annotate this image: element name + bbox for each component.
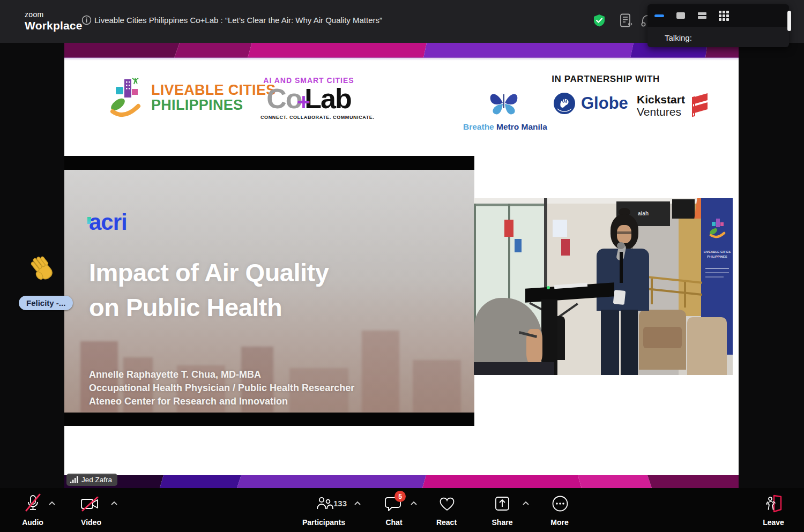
share-button[interactable] [494,495,511,514]
video-label: Video [70,518,113,527]
colab-tagline-bottom: CONNECT. COLLABORATE. COMMUNICATE. [260,115,357,120]
participants-options-chevron[interactable] [354,501,361,506]
leave-door-icon [765,494,783,513]
mic-muted-icon [24,493,42,514]
globe-icon [553,92,576,115]
view-options-strip [647,4,789,27]
gallery-view-icon [719,11,729,21]
participants-count: 133 [333,499,347,508]
kickstart-flag-icon [689,93,711,118]
speaker-glasses [617,231,631,234]
minimize-dash-icon [654,14,664,17]
letterbox-bottom [64,413,474,426]
video-options-chevron[interactable] [110,501,118,506]
door-poster [515,239,522,252]
slide-title: Impact of Air Quality on Public Health [89,256,329,325]
react-button[interactable] [437,495,457,514]
shared-screen: LIVEABLE CITIES PHILIPPINES AI AND SMART… [64,43,739,488]
more-button[interactable] [551,494,569,515]
breathe-wordmark: Breathe Metro Manila [463,122,545,132]
reaction-user-pill: Felicity -... [19,296,73,310]
share-screen-icon [494,495,511,512]
chat-unread-badge: 5 [394,491,406,502]
participants-label: Participants [289,518,358,527]
slide-image: acri Impact of Air Quality on Public Hea… [64,170,474,413]
signal-bars-icon [70,476,78,483]
audio-options-chevron[interactable] [48,501,56,506]
speaker-view-button[interactable] [674,10,687,21]
audio-label: Audio [0,518,65,527]
slide-bottom-ribbon [64,475,739,488]
workplace-logo-text: Workplace [25,20,83,31]
door-poster [504,220,513,237]
participants-icon [315,496,333,512]
globe-wordmark: Globe [581,94,628,113]
speaker-jeans [601,310,619,375]
speaker-credits: Annelle Raphayette T. Chua, MD-MBA Occup… [89,368,354,408]
talking-label: Talking: [665,33,692,42]
camera-off-icon [79,497,102,512]
share-label: Share [483,518,521,527]
security-shield-icon[interactable] [593,14,606,28]
wall-panel [672,199,695,219]
zoom-logo-text: zoom [25,11,83,18]
heart-icon [437,495,457,512]
participants-button[interactable] [315,496,333,514]
audio-button[interactable] [24,493,42,516]
id-badge [613,290,626,305]
speaker-name: Annelle Raphayette T. Chua, MD-MBA [89,368,354,381]
liveable-cities-icon [108,75,144,120]
zoom-workplace-logo: zoom Workplace [25,11,83,31]
view-options-panel: Talking: [647,4,789,47]
captions-transcript-icon[interactable] [618,13,634,29]
presenter-name-badge: Jed Zafra [66,474,117,486]
speaker-face [617,225,631,243]
chat-options-chevron[interactable] [410,501,418,506]
letterbox-top [64,156,474,170]
kickstart-wordmark: Kickstart Ventures [637,93,685,118]
leave-label: Leave [755,518,792,527]
butterfly-lungs-icon [487,88,521,119]
lanyard [620,252,623,283]
speaker-org: Ateneo Center for Research and Innovatio… [89,395,354,408]
leave-button[interactable] [765,494,783,515]
slide-top-ribbon [64,43,739,58]
speaker-room-video: aiah LIVEABLE CITIES PHILIPPINES [474,198,733,375]
more-ellipsis-icon [551,494,569,513]
banner-text: LIVEABLE CITIES PHILIPPINES [703,250,731,259]
wall-poster [553,220,567,237]
colab-wordmark: Co+Lab [260,85,357,113]
minimize-view-button[interactable] [653,10,666,21]
chat-label: Chat [375,518,413,527]
presentation-slide: acri Impact of Air Quality on Public Hea… [64,156,474,426]
acri-logo: acri [89,209,127,235]
acri-accent [87,217,91,224]
react-label: React [428,518,465,527]
armchair [687,317,727,375]
presenter-name: Jed Zafra [81,476,112,484]
more-label: More [541,518,578,527]
speaker-view-icon [676,12,685,19]
raised-hand-reaction-icon [28,254,58,285]
banner-logo [708,218,727,239]
meeting-title: Liveable Cities Philippines Co+Lab : “Le… [94,16,382,25]
breathe-metro-manila-logo: Breathe Metro Manila [463,88,545,132]
gallery-view-button[interactable] [717,10,730,21]
ribbon-fade [64,57,739,61]
video-button[interactable] [79,497,102,514]
info-icon[interactable] [81,15,92,25]
partnership-heading: IN PARTNERSHIP WITH [488,74,724,85]
stacked-view-button[interactable] [696,10,709,21]
speaker-role: Occupational Health Physician / Public H… [89,381,354,395]
liveable-cities-logo: LIVEABLE CITIES PHILIPPINES [108,75,276,120]
wall-poster [561,239,570,256]
meeting-toolbar: Audio Video 133 Participants [0,488,804,532]
liveable-cities-wordmark: LIVEABLE CITIES PHILIPPINES [151,83,276,113]
colab-logo: AI AND SMART CITIES Co+Lab CONNECT. COLL… [260,76,357,120]
zoom-meeting-window: zoom Workplace Liveable Cities Philippin… [0,0,804,532]
share-options-chevron[interactable] [522,501,530,506]
wood-column [679,204,701,316]
edge-scrollbar[interactable] [787,11,791,31]
kickstart-ventures-logo: Kickstart Ventures [637,93,711,118]
stacked-view-icon [698,12,706,19]
